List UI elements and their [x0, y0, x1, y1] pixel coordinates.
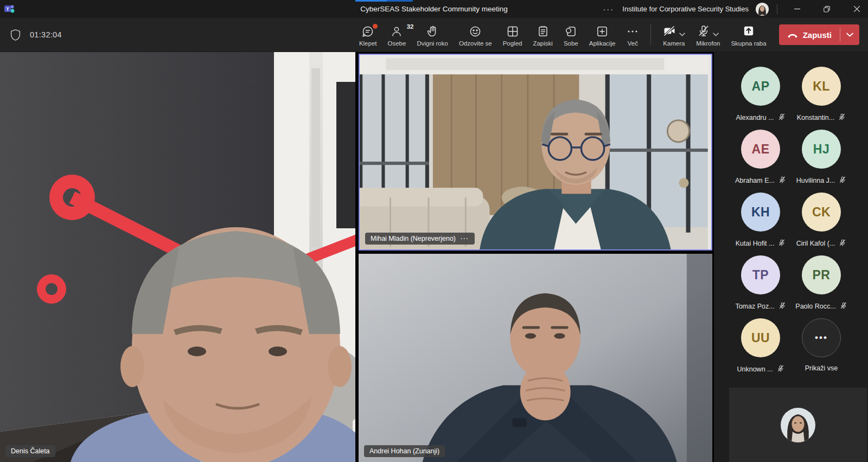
more-icon: [626, 25, 639, 38]
svg-text:T: T: [6, 7, 9, 12]
account-avatar[interactable]: [756, 3, 769, 16]
shield-icon: [10, 29, 21, 41]
leave-button[interactable]: Zapusti: [779, 24, 859, 45]
toolbar-buttons: Klepet 32 Osebe Dvigni roko Odzovite se …: [354, 23, 863, 47]
toolbar-button-kamera[interactable]: Kamera: [658, 23, 690, 47]
toolbar-button-klepet[interactable]: Klepet: [354, 23, 382, 47]
video-feed-mihai: [360, 55, 711, 249]
participant-avatar: UU: [741, 318, 780, 357]
participant-item[interactable]: TP Tomaz Poz...: [730, 255, 791, 311]
participant-name: Abraham E...: [735, 177, 775, 184]
mic-off-icon: [840, 301, 847, 311]
participant-avatar: AE: [741, 130, 780, 169]
minimize-button[interactable]: [786, 0, 808, 18]
restore-button[interactable]: [815, 0, 838, 18]
toolbar-button-zapiski[interactable]: Zapiski: [528, 23, 557, 47]
participant-avatar: TP: [741, 255, 780, 294]
participant-avatar: AP: [741, 67, 780, 106]
chevron-down-icon[interactable]: [679, 31, 685, 37]
toolbar-button-mikrofon[interactable]: Mikrofon: [691, 23, 725, 47]
mic-off-icon: [778, 239, 786, 248]
participants-grid: AP Alexandru ... KL Konstantin... AE Abr…: [714, 52, 868, 374]
toolbar-button-aplikacije[interactable]: Aplikacije: [584, 23, 621, 47]
rooms-icon: [564, 25, 577, 38]
share-icon: [742, 24, 755, 39]
mic-off-icon: [778, 113, 786, 123]
show-all-button[interactable]: ••• Prikaži vse: [791, 318, 852, 374]
participants-sidebar: AP Alexandru ... KL Konstantin... AE Abr…: [714, 52, 868, 462]
participant-item[interactable]: HJ Huvilinna J...: [791, 130, 852, 185]
camera-off-icon: [662, 24, 676, 39]
participant-name: Paolo Rocc...: [795, 303, 835, 310]
tile-menu-icon[interactable]: ···: [461, 235, 469, 242]
video-tile-mihai[interactable]: Mihai Mladin (Nepreverjeno) ···: [359, 54, 712, 251]
video-tile-denis[interactable]: Denis Čaleta: [0, 52, 355, 462]
toolbar-button-osebe[interactable]: 32 Osebe: [382, 23, 411, 47]
mic-off-icon: [778, 301, 786, 311]
react-icon: [469, 25, 482, 38]
participant-avatar: PR: [802, 255, 841, 294]
participant-name: Prikaži vse: [805, 364, 838, 372]
participant-item[interactable]: CK Ciril Kafol (...: [791, 193, 852, 248]
titlebar-more-icon[interactable]: ···: [602, 4, 615, 14]
titlebar-divider: [777, 4, 777, 14]
toolbar-button-pogled[interactable]: Pogled: [498, 23, 527, 47]
video-tile-andrei[interactable]: Andrei Hohan (Zunanji): [359, 254, 712, 462]
account-name: Institute for Corporative Security Studi…: [622, 5, 749, 13]
participant-item[interactable]: KH Kutai Hofit ...: [730, 193, 791, 248]
participant-item[interactable]: AE Abraham E...: [730, 130, 791, 185]
leave-label: Zapusti: [803, 30, 832, 40]
participant-count-badge: 32: [407, 23, 414, 30]
participant-avatar: HJ: [802, 130, 841, 169]
window-titlebar: T CyberSEAS Stakeholder Community meetin…: [0, 0, 868, 18]
mic-off-icon: [777, 364, 784, 374]
ellipsis-icon: •••: [802, 318, 841, 357]
participant-name: Unknown ...: [737, 365, 773, 373]
name-label-denis: Denis Čaleta: [5, 445, 55, 457]
close-button[interactable]: [845, 0, 868, 18]
self-avatar: [781, 408, 815, 442]
toolbar-button-dvigni-roko[interactable]: Dvigni roko: [412, 23, 453, 47]
name-label-mihai: Mihai Mladin (Nepreverjeno) ···: [365, 233, 475, 245]
participant-item[interactable]: AP Alexandru ...: [730, 67, 791, 123]
hangup-icon: [787, 30, 798, 40]
video-feed-denis: [0, 52, 355, 462]
participant-name: Tomaz Poz...: [735, 303, 774, 310]
participant-avatar: KL: [802, 67, 841, 106]
participant-avatar: KH: [741, 193, 780, 232]
people-icon: 32: [390, 25, 403, 38]
chevron-down-icon[interactable]: [713, 31, 719, 37]
toolbar-button-sobe[interactable]: Sobe: [559, 23, 583, 47]
view-icon: [506, 25, 519, 38]
toolbar-divider: [650, 24, 651, 45]
participant-item[interactable]: PR Paolo Rocc...: [791, 255, 852, 311]
toolbar-button-odzovite-se[interactable]: Odzovite se: [454, 23, 497, 47]
participant-name: Ciril Kafol (...: [796, 240, 835, 247]
participant-name: Konstantin...: [797, 114, 835, 121]
meeting-toolbar: 01:32:04 Klepet 32 Osebe Dvigni roko Odz…: [0, 18, 868, 52]
video-feed-andrei: [359, 254, 712, 462]
leave-chevron-icon[interactable]: [840, 24, 859, 45]
notes-icon: [537, 25, 550, 38]
mic-off-icon: [839, 239, 846, 248]
mic-off-icon: [697, 24, 710, 39]
notification-dot: [373, 24, 378, 29]
meeting-timer: 01:32:04: [30, 30, 62, 39]
participant-item[interactable]: UU Unknown ...: [730, 318, 791, 374]
participant-avatar: CK: [802, 193, 841, 232]
toolbar-button-več[interactable]: Več: [621, 23, 644, 47]
toolbar-button-skupna-raba[interactable]: Skupna raba: [726, 23, 771, 47]
video-stage: Denis Čaleta: [0, 52, 714, 462]
teams-app-icon: T: [0, 4, 18, 14]
participant-name: Huvilinna J...: [796, 177, 835, 184]
participant-name: Alexandru ...: [736, 114, 774, 121]
raise-hand-icon: [426, 25, 439, 38]
participant-name: Kutai Hofit ...: [736, 240, 775, 247]
participant-item[interactable]: KL Konstantin...: [791, 67, 852, 123]
mic-off-icon: [839, 176, 846, 185]
self-video-tile[interactable]: [729, 388, 867, 462]
name-label-andrei: Andrei Hohan (Zunanji): [364, 445, 445, 457]
apps-icon: [596, 25, 609, 38]
mic-off-icon: [838, 113, 846, 123]
mic-off-icon: [778, 176, 786, 185]
